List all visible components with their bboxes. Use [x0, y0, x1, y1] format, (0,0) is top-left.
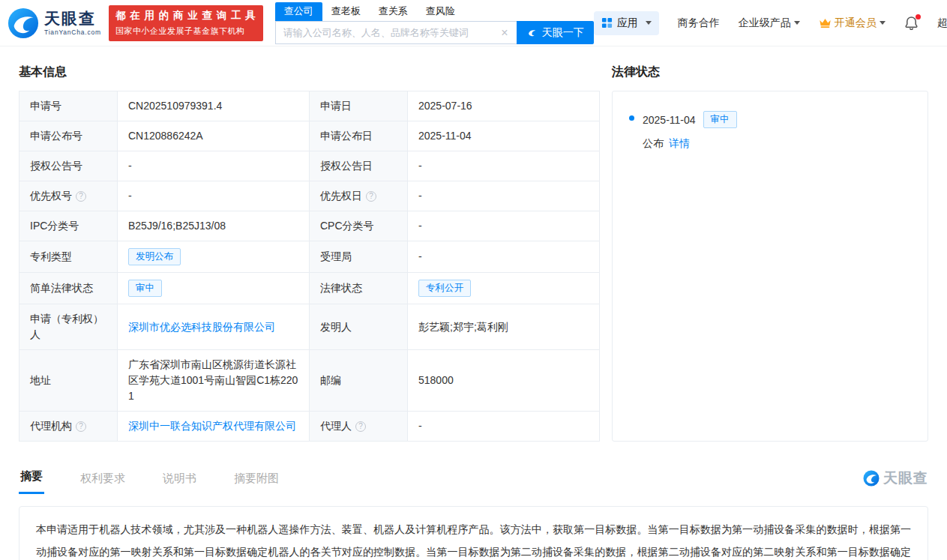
nav-open-vip-label: 开通会员	[835, 16, 877, 30]
value-link[interactable]: 深圳市优必选科技股份有限公司	[128, 321, 275, 333]
basic-info-section: 基本信息 申请号CN202510979391.4申请日2025-07-16申请公…	[19, 46, 599, 442]
value-tag: 专利公开	[418, 280, 471, 297]
search-input[interactable]	[282, 26, 499, 39]
nav-super-risk[interactable]: 超级风...	[937, 16, 947, 30]
field-label: 邮编	[310, 350, 408, 412]
search-tab-relation[interactable]: 查关系	[370, 2, 417, 21]
search-button-label: 天眼一下	[542, 26, 584, 40]
chevron-down-icon	[646, 21, 652, 25]
table-row: 申请（专利权）人深圳市优必选科技股份有限公司发明人彭艺颖;郑宇;葛利刚	[19, 304, 600, 350]
legal-status-item: 2025-11-04 审中 公布 详情	[629, 111, 911, 151]
watermark-logo: 天眼查	[863, 469, 928, 494]
document-tabs: 摘要 权利要求 说明书 摘要附图 天眼查	[0, 469, 947, 494]
table-row: 优先权号?-优先权日?-	[19, 181, 600, 211]
field-value: 深圳市优必选科技股份有限公司	[118, 304, 310, 350]
field-label: 授权公告日	[310, 151, 408, 181]
value-link[interactable]: 深圳中一联合知识产权代理有限公司	[128, 420, 296, 432]
field-label: 代理人?	[310, 412, 408, 442]
field-label: 代理机构?	[19, 412, 118, 442]
timeline-dot-icon	[629, 115, 634, 121]
field-label: 简单法律状态	[19, 273, 118, 304]
tab-abstract[interactable]: 摘要	[19, 469, 44, 494]
table-row: IPC分类号B25J9/16;B25J13/08CPC分类号-	[19, 211, 600, 241]
tianyancha-logo-icon	[7, 7, 39, 39]
top-header: 天眼查 TianYanCha.com 都 在 用 的 商 业 查 询 工 具 国…	[0, 0, 947, 46]
basic-info-title: 基本信息	[19, 64, 599, 80]
search-tab-boss[interactable]: 查老板	[322, 2, 370, 21]
field-value: 专利公开	[408, 273, 600, 304]
nav-apps[interactable]: 应用	[594, 11, 659, 35]
help-icon[interactable]: ?	[76, 421, 86, 432]
field-label: 申请（专利权）人	[19, 304, 118, 350]
search-tab-company[interactable]: 查公司	[275, 2, 322, 21]
notification-dot	[916, 14, 921, 19]
watermark-logo-icon	[863, 470, 880, 487]
tianyancha-logo[interactable]: 天眼查 TianYanCha.com	[7, 7, 101, 39]
nav-super-risk-label: 超级风...	[937, 16, 947, 30]
field-value: 审中	[118, 273, 310, 304]
field-value: 发明公布	[118, 241, 310, 273]
table-row: 申请公布号CN120886242A申请公布日2025-11-04	[19, 121, 600, 151]
chevron-down-icon	[880, 21, 886, 25]
field-label: 发明人	[310, 304, 408, 350]
watermark-text: 天眼查	[883, 469, 928, 488]
field-label: 专利类型	[19, 241, 118, 273]
field-label: 申请公布号	[19, 121, 118, 151]
field-value: -	[408, 241, 600, 273]
nav-open-vip[interactable]: 开通会员	[819, 16, 886, 30]
promo-badge-line1: 都 在 用 的 商 业 查 询 工 具	[115, 9, 256, 22]
field-value: -	[408, 151, 600, 181]
table-row: 授权公告号-授权公告日-	[19, 151, 600, 181]
legal-status-desc: 公布	[643, 137, 664, 151]
search-tabs: 查公司 查老板 查关系 查风险	[275, 2, 594, 21]
field-value: -	[408, 181, 600, 211]
field-value: CN120886242A	[118, 121, 310, 151]
notification-bell-icon[interactable]	[904, 16, 919, 30]
field-value: 彭艺颖;郑宇;葛利刚	[408, 304, 600, 350]
field-label: 申请号	[19, 91, 118, 121]
search-button[interactable]: 天眼一下	[517, 21, 594, 44]
abstract-text: 本申请适用于机器人技术领域，尤其涉及一种机器人遥操作方法、装置、机器人及计算机程…	[36, 518, 911, 560]
field-value: -	[118, 181, 310, 211]
nav-apps-label: 应用	[617, 16, 638, 30]
clear-icon[interactable]: ×	[499, 27, 510, 39]
table-row: 专利类型发明公布受理局-	[19, 241, 600, 273]
field-label: 受理局	[310, 241, 408, 273]
help-icon[interactable]: ?	[76, 191, 86, 202]
search-tab-risk[interactable]: 查风险	[417, 2, 464, 21]
legal-detail-link[interactable]: 详情	[669, 137, 690, 151]
field-label: 授权公告号	[19, 151, 118, 181]
search-box: ×	[275, 21, 517, 44]
logo-subtitle: TianYanCha.com	[44, 29, 101, 36]
field-value: 深圳中一联合知识产权代理有限公司	[118, 412, 310, 442]
table-row: 申请号CN202510979391.4申请日2025-07-16	[19, 91, 600, 121]
help-icon[interactable]: ?	[355, 421, 366, 432]
top-nav: 应用 商务合作 企业级产品 开通会员 超级风...	[594, 11, 947, 35]
legal-status-section: 法律状态 2025-11-04 审中 公布 详情	[612, 46, 928, 442]
basic-info-table: 申请号CN202510979391.4申请日2025-07-16申请公布号CN1…	[19, 91, 600, 442]
field-value: 广东省深圳市南山区桃源街道长源社区学苑大道1001号南山智园C1栋2201	[118, 350, 310, 412]
help-icon[interactable]: ?	[366, 191, 376, 202]
field-label: IPC分类号	[19, 211, 118, 241]
tab-abstract-figure[interactable]: 摘要附图	[232, 472, 280, 494]
tab-claims[interactable]: 权利要求	[79, 472, 127, 494]
nav-enterprise-products[interactable]: 企业级产品	[739, 16, 800, 30]
legal-status-date: 2025-11-04	[643, 114, 696, 126]
value-tag: 发明公布	[128, 248, 181, 265]
search-button-logo-icon	[526, 27, 538, 38]
nav-enterprise-products-label: 企业级产品	[739, 16, 791, 30]
chevron-down-icon	[794, 21, 800, 25]
field-label: 法律状态	[310, 273, 408, 304]
search-area: 查公司 查老板 查关系 查风险 × 天眼一下	[275, 2, 594, 44]
crown-icon	[819, 17, 832, 28]
promo-badge-line2: 国家中小企业发展子基金旗下机构	[115, 25, 256, 37]
nav-business-cooperation[interactable]: 商务合作	[678, 16, 720, 30]
legal-status-title: 法律状态	[612, 64, 928, 80]
abstract-box: 本申请适用于机器人技术领域，尤其涉及一种机器人遥操作方法、装置、机器人及计算机程…	[19, 506, 928, 560]
apps-grid-icon	[601, 17, 613, 28]
tab-specification[interactable]: 说明书	[161, 472, 198, 494]
field-label: 地址	[19, 350, 118, 412]
promo-badge: 都 在 用 的 商 业 查 询 工 具 国家中小企业发展子基金旗下机构	[109, 5, 263, 41]
table-row: 简单法律状态审中法律状态专利公开	[19, 273, 600, 304]
field-label: 优先权号?	[19, 181, 118, 211]
